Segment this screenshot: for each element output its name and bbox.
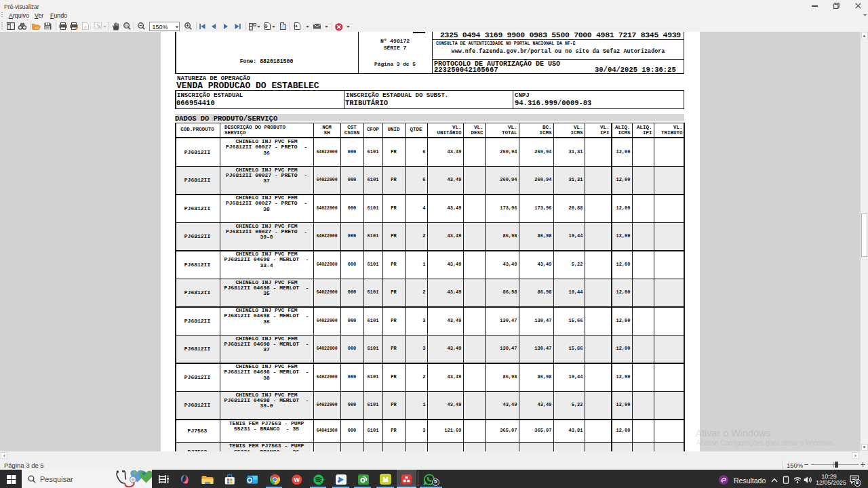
svg-text:W: W (294, 476, 300, 483)
svg-text:%: % (125, 23, 129, 27)
svg-text:a: a (84, 24, 87, 29)
